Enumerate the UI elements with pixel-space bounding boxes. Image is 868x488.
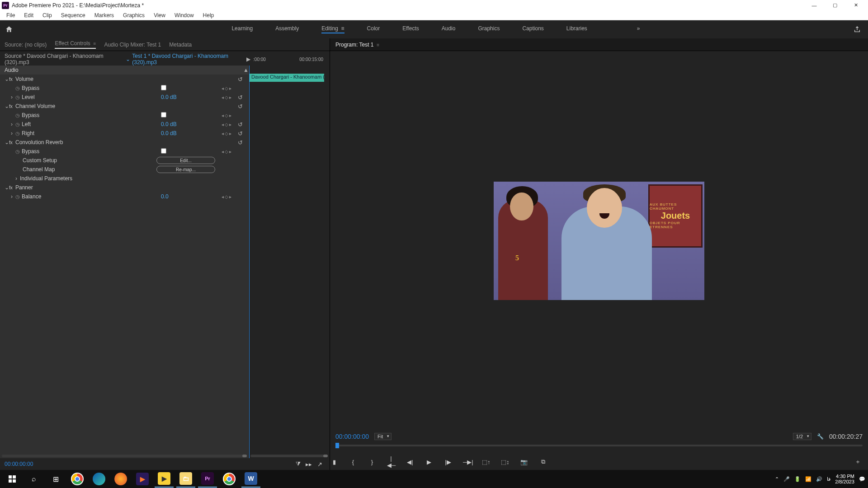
ec-hscroll[interactable] xyxy=(250,455,328,457)
export-frame-icon[interactable]: 📷 xyxy=(520,459,528,465)
set-out-button[interactable]: } xyxy=(368,459,376,465)
stopwatch-icon[interactable]: ◷ xyxy=(15,149,22,155)
stopwatch-icon[interactable]: ◷ xyxy=(15,131,22,136)
play-icon[interactable]: ▸▸ xyxy=(303,461,314,468)
taskbar-word[interactable]: W xyxy=(241,470,260,488)
home-button[interactable] xyxy=(0,20,18,38)
tray-mic-icon[interactable]: 🎤 xyxy=(783,476,790,482)
effect-keyframe-timeline[interactable]: Davood Chargari - Khanoomam (3 xyxy=(249,66,330,458)
menu-window[interactable]: Window xyxy=(170,11,198,19)
program-scrub-bar[interactable] xyxy=(330,443,868,454)
reset-icon[interactable]: ↺ xyxy=(238,139,249,146)
stopwatch-icon[interactable]: ◷ xyxy=(15,113,22,118)
reset-icon[interactable]: ↺ xyxy=(238,103,249,110)
tab-metadata[interactable]: Metadata xyxy=(169,42,192,48)
ec-conv-individual[interactable]: › Individual Parameters xyxy=(0,174,249,183)
tab-effect-controls[interactable]: Effect Controls ≡ xyxy=(55,40,96,49)
program-menu-icon[interactable]: ≡ xyxy=(377,42,379,47)
ec-playhead[interactable] xyxy=(249,66,250,458)
conv-bypass-checkbox[interactable] xyxy=(161,148,166,154)
close-window-button[interactable]: ✕ xyxy=(845,0,866,10)
effect-controls-timecode[interactable]: 00:00:00:00 xyxy=(5,461,33,467)
step-forward-button[interactable]: |▶ xyxy=(444,459,452,465)
ec-effect-volume[interactable]: ⌄ fx Volume ↺ xyxy=(0,75,249,84)
reset-icon[interactable]: ↺ xyxy=(238,121,249,128)
mark-in-button[interactable]: ▮ xyxy=(330,459,338,465)
menu-help[interactable]: Help xyxy=(198,11,219,19)
minimize-button[interactable]: — xyxy=(804,0,825,10)
channel-left-value[interactable]: 0.0 dB xyxy=(161,121,215,127)
effect-timeline-ruler[interactable]: :00:00 00:00:15:00 xyxy=(253,57,325,62)
go-to-out-button[interactable]: ─▶| xyxy=(463,459,471,465)
step-back-button[interactable]: ◀| xyxy=(406,459,414,465)
effect-clip-label[interactable]: Test 1 * Davood Chargari - Khanoomam (32… xyxy=(132,53,246,66)
workspace-captions[interactable]: Captions xyxy=(522,25,543,33)
wrench-icon[interactable]: 🔧 xyxy=(817,433,824,440)
program-timecode[interactable]: 00:00:00:00 xyxy=(335,433,369,440)
tray-clock[interactable]: 4:30 PM 2/8/2023 xyxy=(835,474,854,484)
tab-audio-clip-mixer[interactable]: Audio Clip Mixer: Test 1 xyxy=(104,42,161,48)
fx-badge-icon[interactable]: fx xyxy=(9,104,15,109)
tray-wifi-icon[interactable]: 📶 xyxy=(805,476,811,482)
go-to-in-button[interactable]: |◀─ xyxy=(387,455,395,469)
fx-badge-icon[interactable]: fx xyxy=(9,77,15,82)
caret-icon[interactable]: › xyxy=(11,94,15,100)
workspace-audio[interactable]: Audio xyxy=(442,25,456,33)
volume-bypass-checkbox[interactable] xyxy=(161,85,166,90)
channel-right-value[interactable]: 0.0 dB xyxy=(161,130,215,136)
menu-edit[interactable]: Edit xyxy=(19,11,38,19)
tray-language[interactable]: فا xyxy=(827,476,830,482)
ec-vertical-scrollbar[interactable] xyxy=(2,455,247,457)
play-only-audio-button[interactable]: ▶ xyxy=(246,56,250,62)
chevron-down-icon[interactable]: ⌄ xyxy=(126,56,130,62)
tray-notifications-icon[interactable]: 💬 xyxy=(859,476,865,482)
workspace-editing[interactable]: Editing ≡ xyxy=(321,25,344,33)
menu-graphics[interactable]: Graphics xyxy=(118,11,149,19)
play-button[interactable]: ▶ xyxy=(425,459,433,465)
stopwatch-icon[interactable]: ◷ xyxy=(15,94,22,100)
tray-volume-icon[interactable]: 🔊 xyxy=(816,476,822,482)
comparison-view-button[interactable]: ⧉ xyxy=(539,458,547,465)
taskbar-premiere[interactable]: Pr xyxy=(198,470,217,488)
channel-bypass-checkbox[interactable] xyxy=(161,112,166,117)
export-frame-button[interactable] xyxy=(854,26,868,33)
reset-icon[interactable]: ↺ xyxy=(238,130,249,137)
volume-level-value[interactable]: 0.0 dB xyxy=(161,94,215,100)
ec-effect-panner[interactable]: ⌄ fx Panner xyxy=(0,183,249,192)
ec-effect-channel-volume[interactable]: ⌄ fx Channel Volume ↺ xyxy=(0,102,249,111)
workspace-editing-menu-icon[interactable]: ≡ xyxy=(341,25,344,33)
taskbar-file-explorer[interactable]: 🗀 xyxy=(176,470,195,488)
menu-file[interactable]: File xyxy=(2,11,19,19)
taskbar-edge[interactable] xyxy=(90,470,108,488)
ec-effect-convolution-reverb[interactable]: ⌄ fx Convolution Reverb ↺ xyxy=(0,138,249,147)
ec-clip-bar[interactable]: Davood Chargari - Khanoomam (3 xyxy=(250,74,324,82)
menu-clip[interactable]: Clip xyxy=(38,11,57,19)
taskbar-media-player[interactable]: ▶ xyxy=(133,470,152,488)
panner-balance-value[interactable]: 0.0 xyxy=(161,193,215,200)
menu-markers[interactable]: Markers xyxy=(90,11,118,19)
start-button[interactable] xyxy=(3,470,22,488)
extract-button[interactable]: ⬚↕ xyxy=(501,459,509,465)
kf-add-icon[interactable]: ◇ xyxy=(225,86,228,91)
workspace-libraries[interactable]: Libraries xyxy=(566,25,587,33)
taskbar-chrome-2[interactable] xyxy=(220,470,239,488)
ec-section-audio[interactable]: Audio ▲ xyxy=(0,66,249,75)
caret-icon[interactable]: ⌄ xyxy=(5,76,9,82)
search-button[interactable]: ⌕ xyxy=(24,470,43,488)
stopwatch-icon[interactable]: ◷ xyxy=(15,122,22,127)
resolution-dropdown[interactable]: 1/2 xyxy=(793,433,811,440)
fx-badge-icon[interactable]: fx xyxy=(9,185,15,190)
channel-map-remap-button[interactable]: Re-map... xyxy=(156,166,215,173)
menu-sequence[interactable]: Sequence xyxy=(57,11,90,19)
filter-icon[interactable]: ⧩ xyxy=(292,460,303,468)
stopwatch-icon[interactable]: ◷ xyxy=(15,194,22,200)
stopwatch-icon[interactable]: ◷ xyxy=(15,85,22,91)
workspace-effects[interactable]: Effects xyxy=(402,25,419,33)
tray-chevron-icon[interactable]: ⌃ xyxy=(775,476,779,482)
menu-view[interactable]: View xyxy=(149,11,170,19)
task-view-button[interactable]: ⊞ xyxy=(46,470,65,488)
kf-next-icon[interactable]: ▸ xyxy=(229,86,231,91)
effect-controls-menu-icon[interactable]: ≡ xyxy=(94,41,96,46)
kf-prev-icon[interactable]: ◂ xyxy=(222,86,224,91)
workspace-graphics[interactable]: Graphics xyxy=(478,25,500,33)
